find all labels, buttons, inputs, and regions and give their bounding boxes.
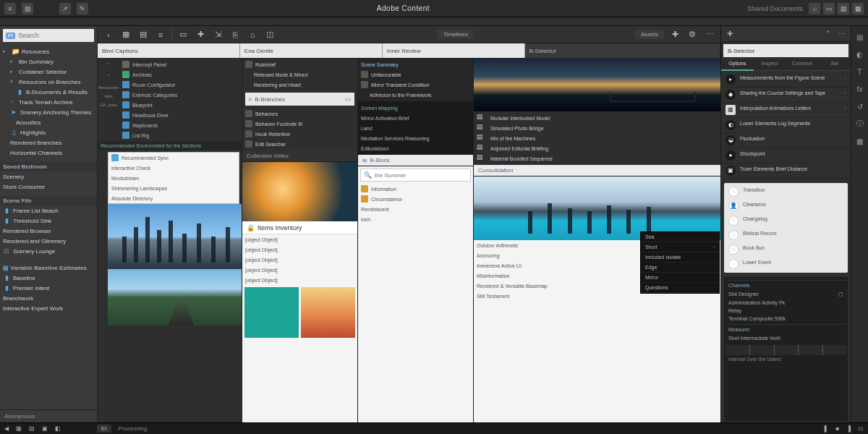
layout2-icon[interactable]: ▤	[838, 3, 849, 14]
close-icon[interactable]: ▭	[345, 95, 352, 103]
status-bar2-icon[interactable]: ▐	[846, 425, 851, 432]
nav-down-icon[interactable]: ˅	[107, 74, 111, 81]
floating-row[interactable]: Short›	[641, 242, 719, 252]
dark-row[interactable]: Slot Designer▢	[726, 290, 846, 299]
list-item[interactable]: Scene Summary	[358, 59, 473, 69]
panel-row[interactable]: ◐Lower Elements Log Segments	[721, 118, 851, 133]
info-icon[interactable]: ⓘ	[854, 117, 867, 130]
list-item[interactable]: Editorialized	[358, 143, 473, 153]
sidebar-item[interactable]: ⊟Scenery Lounge	[0, 246, 97, 256]
settings-icon[interactable]: ⚙	[686, 28, 699, 41]
status-panel-icon[interactable]: ▤	[29, 425, 35, 432]
fx-icon[interactable]: fx	[854, 82, 867, 95]
sidebar-item[interactable]: ▮Frame List Beach	[0, 205, 97, 216]
toggle-icon[interactable]: ▢	[838, 292, 843, 297]
sidebar-item[interactable]: Rendered and Glimmery	[0, 236, 97, 246]
list-item[interactable]: Absolute Directory	[109, 193, 239, 203]
type-icon[interactable]: T	[854, 65, 867, 78]
search-input[interactable]	[375, 172, 467, 179]
sidebar-item[interactable]: Horizontal Channels	[0, 148, 97, 158]
sidebar-item[interactable]: ▯Highlights	[0, 127, 97, 137]
status-grid-icon[interactable]: ▦	[16, 425, 22, 432]
list-item[interactable]: Adjoined Editorial Briefing	[488, 143, 718, 153]
list-item[interactable]: Behaviors	[242, 109, 357, 119]
list-item[interactable]: Behavior Footnote III	[242, 119, 357, 129]
list-item[interactable]: Mediation Services Reasoning	[358, 133, 473, 143]
status-split-icon[interactable]: ◧	[55, 425, 61, 432]
status-bar-icon[interactable]: ▌	[825, 425, 829, 432]
list-item[interactable]: Headbook Diver	[119, 110, 242, 120]
toolbar-tab-right[interactable]: Assets	[635, 30, 664, 39]
floating-row[interactable]: Edge	[641, 263, 719, 273]
status-back-icon[interactable]: ◀	[4, 425, 9, 432]
list-item[interactable]: Relevant Mode & Mixed	[242, 69, 357, 80]
nav-up-icon[interactable]: ˄	[107, 62, 111, 69]
list-item[interactable]: Recommended Sync	[109, 153, 239, 163]
list-item[interactable]: Shimmering Landscapes	[109, 183, 239, 193]
sidebar-search[interactable]: Pl ▾	[3, 29, 94, 42]
panel-row[interactable]: ◒Fluctuation	[721, 133, 851, 148]
panel-row[interactable]: ▣Book Box	[724, 242, 848, 257]
panel-tab[interactable]: Inspect	[754, 59, 786, 71]
window-icon[interactable]: ▭	[823, 3, 835, 14]
panel-row[interactable]: ◆Sharing the Course Settings and Tape›	[721, 88, 851, 103]
list-item[interactable]: Rendering and Heart	[242, 80, 357, 90]
list-item[interactable]: [object Object]	[242, 244, 357, 255]
edit-icon[interactable]: ✎	[77, 3, 88, 14]
tab[interactable]: Bind Captions	[98, 43, 240, 58]
layers-icon[interactable]: ▤	[854, 30, 867, 43]
layout-icon[interactable]: ▥	[22, 3, 33, 14]
grid-view-icon[interactable]: ▦	[119, 28, 132, 41]
thumbnail-highway[interactable]	[108, 269, 242, 326]
status-pill[interactable]: Et	[97, 425, 111, 433]
sidebar-item[interactable]: ✓Track Terrain Archive	[0, 97, 97, 107]
copy-icon[interactable]: ⎘	[229, 28, 242, 41]
floating-row[interactable]: Mirror	[641, 273, 719, 283]
timeline-strip[interactable]	[726, 345, 846, 355]
sidebar-item[interactable]: ▾Resources on Branches	[0, 77, 97, 87]
panel-row[interactable]: ▥Biblical Record	[724, 228, 848, 242]
new-icon[interactable]: ✚	[194, 28, 207, 41]
swatch-icon[interactable]: ▦	[854, 135, 867, 148]
sidebar-item[interactable]: Scenery	[0, 171, 97, 182]
up-icon[interactable]: ˄	[822, 28, 833, 40]
list-item[interactable]: Rulebrief	[242, 59, 357, 69]
sidebar-item[interactable]: ▮Premier Intent	[0, 283, 97, 293]
list-item[interactable]: [object Object]	[242, 265, 357, 275]
floating-row[interactable]: Sea	[641, 232, 719, 242]
list-item[interactable]: Inch	[358, 214, 473, 224]
thumbnail-city-skyline[interactable]	[108, 204, 242, 269]
list-item[interactable]: Mix of the Machines	[488, 133, 718, 143]
panel-row[interactable]: ▦Interpolation Animations Letters›	[721, 103, 851, 118]
dark-row[interactable]: Administration Activity Pk	[726, 299, 846, 307]
panel-row[interactable]: ▣Truer Elements Brief Distance	[721, 163, 851, 179]
list-item[interactable]: Mirror Activation Brief	[358, 113, 473, 123]
panel-tab[interactable]: Common	[786, 59, 819, 71]
tab[interactable]: B-Selector	[525, 43, 720, 58]
status-stop-icon[interactable]: ■	[835, 425, 839, 432]
sidebar-item[interactable]: ➤Scenery Anchoring Themes	[0, 107, 97, 117]
list-item[interactable]: [object Object]	[242, 234, 357, 244]
panel-row[interactable]: ▭Lower Event	[724, 257, 848, 271]
panel-row[interactable]: ▸Measurements from the Figure Scene›	[721, 72, 851, 88]
thumbnail-waterfront-skyline[interactable]	[474, 176, 720, 240]
thumbnail-teal[interactable]	[244, 287, 299, 338]
list-item[interactable]: Land	[358, 123, 473, 133]
tab[interactable]: Ena Gentle	[240, 43, 383, 58]
sidebar-item[interactable]: Branchwork	[0, 293, 97, 303]
add-icon[interactable]: ✚	[724, 28, 736, 40]
list-item[interactable]: Adhesion to the Framework	[358, 90, 473, 100]
sidebar-item[interactable]: Interactive Expert Work	[0, 303, 97, 313]
list-item[interactable]: Simulated Photo Bridge	[488, 123, 718, 133]
dark-row[interactable]: Shot Intermediate Hold	[726, 334, 846, 342]
sidebar-item[interactable]: ▮B-Documents & Results	[0, 87, 97, 97]
more-icon[interactable]: ⋯	[703, 28, 716, 41]
dark-row[interactable]: Relay	[726, 307, 846, 315]
sidebar-item[interactable]: Rendered Browser	[0, 226, 97, 236]
panel-row[interactable]: 👤Clearance	[724, 199, 848, 213]
list-item[interactable]: Reminiscent	[358, 204, 473, 214]
list-item[interactable]: Material Bundled Sequence	[488, 153, 718, 163]
card-view-icon[interactable]: ▤	[137, 28, 150, 41]
list-item[interactable]: Interactive Check	[109, 163, 239, 173]
branch-field[interactable]: ≡ B-Branches ▭	[245, 93, 354, 106]
